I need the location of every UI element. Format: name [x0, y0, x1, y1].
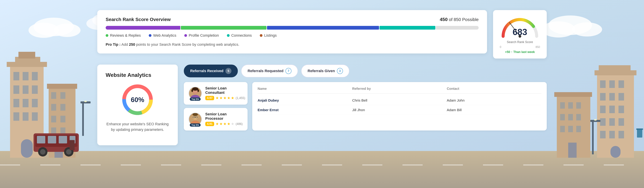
svg-point-2 [54, 24, 80, 37]
svg-rect-33 [51, 104, 56, 111]
legend-listings: Listings [260, 33, 277, 38]
person-name-2: Senior Loan Processor [205, 112, 243, 121]
svg-rect-77 [637, 129, 642, 138]
referrals-content: Top 5% Senior Loan Consultant 4.97 ★ ★ ★ [184, 82, 547, 131]
legend-label-reviews: Reviews & Replies [110, 33, 141, 38]
tab-requested-badge: 7 [286, 68, 292, 74]
svg-rect-18 [32, 72, 38, 80]
svg-rect-51 [618, 93, 624, 101]
svg-rect-55 [600, 118, 606, 126]
legend-row: Reviews & Replies Web Analytics Profile … [106, 33, 479, 38]
svg-point-6 [548, 16, 592, 35]
tab-referrals-received[interactable]: Referrals Received 5 [184, 65, 238, 77]
gauge-min: 0 [500, 46, 501, 49]
row1-name: Anjali Dubey [258, 98, 352, 103]
person-name-1: Senior Loan Consultant [205, 86, 245, 95]
segment-connections [380, 26, 436, 30]
star-1-2: ★ [219, 96, 223, 100]
legend-reviews: Reviews & Replies [106, 33, 141, 38]
svg-rect-66 [576, 102, 581, 109]
gauge-change-value: +50 [505, 50, 510, 54]
svg-rect-63 [554, 92, 592, 97]
svg-rect-36 [60, 116, 66, 122]
svg-point-100 [192, 87, 198, 91]
svg-rect-22 [14, 99, 19, 107]
star-2-2: ★ [219, 122, 223, 126]
svg-rect-60 [618, 131, 624, 138]
legend-dot-listings [260, 34, 262, 37]
legend-connections: Connections [227, 33, 252, 38]
svg-point-86 [40, 149, 46, 155]
top-row: Search Rank Score Overview 450 of 850 Po… [97, 10, 547, 58]
legend-dot-profile [184, 34, 187, 37]
svg-point-1 [28, 23, 59, 38]
svg-rect-67 [560, 114, 565, 120]
row1-contact: Adam John [447, 98, 541, 103]
tab-given-label: Referrals Given [308, 69, 335, 73]
svg-point-8 [572, 22, 602, 37]
svg-rect-16 [14, 72, 19, 80]
svg-rect-31 [51, 92, 56, 99]
person-cards-list: Top 5% Senior Loan Consultant 4.97 ★ ★ ★ [184, 82, 248, 131]
svg-rect-83 [59, 136, 67, 143]
star-2-3: ★ [223, 122, 226, 126]
tab-received-label: Referrals Received [190, 69, 224, 73]
review-count-1: (1,455) [236, 96, 245, 100]
svg-rect-26 [23, 112, 28, 121]
donut-chart: 60% [121, 83, 154, 117]
website-analytics-card: Website Analytics 60% Enhance your websi… [97, 65, 178, 145]
svg-rect-89 [70, 140, 75, 150]
svg-rect-24 [32, 99, 38, 107]
score-overview-value: 450 of 850 Possible [440, 17, 479, 22]
table-row-1: Anjali Dubey Chris Bell Adam John [258, 96, 541, 105]
tab-given-badge: 3 [337, 68, 343, 74]
table-header: Name Referred by Contact [258, 87, 541, 94]
gauge-change: +50 ↑ Than last week [505, 50, 535, 54]
legend-label-analytics: Web Analytics [153, 33, 176, 38]
svg-rect-58 [600, 131, 606, 138]
progress-bar [106, 26, 479, 30]
col-header-name: Name [258, 87, 352, 91]
person-card-1: Top 5% Senior Loan Consultant 4.97 ★ ★ ★ [184, 82, 248, 105]
rating-score-2: 4.91 [205, 122, 214, 126]
svg-rect-35 [51, 116, 56, 122]
referrals-tab-row: Referrals Received 5 Referrals Requested… [184, 65, 547, 77]
svg-rect-15 [18, 52, 35, 58]
rating-row-1: 4.97 ★ ★ ★ ★ ★ (1,455) [205, 96, 245, 100]
bus [32, 127, 82, 157]
score-overview-card: Search Rank Score Overview 450 of 850 Po… [97, 10, 487, 53]
gauge-range: 0 850 [500, 46, 540, 49]
svg-point-0 [34, 18, 74, 36]
row1-referred: Chris Bell [352, 98, 447, 103]
row2-referred: Jill Jhon [352, 108, 447, 112]
svg-rect-30 [47, 84, 77, 89]
gauge-card: 683 Search Rank Score 0 850 +50 ↑ Than l… [493, 10, 547, 58]
col-header-referred: Referred by [352, 87, 447, 91]
svg-rect-70 [560, 126, 565, 132]
gauge-wrapper: 683 [500, 16, 540, 38]
score-possible: of 850 Possible [449, 17, 479, 22]
person-info-2: Senior Loan Processor 4.91 ★ ★ ★ ★ ★ [205, 112, 243, 126]
star-1-3: ★ [223, 96, 226, 100]
legend-dot-analytics [149, 34, 152, 37]
content-area: Search Rank Score Overview 450 of 850 Po… [97, 10, 547, 145]
legend-label-connections: Connections [231, 33, 252, 38]
tab-referrals-requested[interactable]: Referrals Requested 7 [241, 65, 298, 77]
svg-point-42 [84, 101, 87, 102]
svg-rect-20 [23, 85, 28, 94]
score-number: 450 [440, 17, 448, 22]
svg-rect-71 [568, 126, 573, 132]
svg-rect-61 [610, 146, 620, 158]
svg-rect-27 [32, 112, 38, 121]
avatar-wrapper-1: Top 5% [188, 86, 202, 100]
legend-profile: Profile Completion [184, 33, 219, 38]
review-count-2: (486) [236, 122, 243, 126]
svg-rect-54 [618, 106, 624, 113]
pro-tip: Pro Tip : Add 250 points to your Search … [106, 42, 479, 47]
donut-percentage: 60% [131, 96, 144, 104]
tab-requested-label: Referrals Requested [248, 69, 284, 73]
svg-rect-40 [82, 102, 84, 136]
svg-rect-53 [609, 106, 615, 113]
tab-referrals-given[interactable]: Referrals Given 3 [301, 65, 349, 77]
referrals-panel: Referrals Received 5 Referrals Requested… [184, 65, 547, 131]
